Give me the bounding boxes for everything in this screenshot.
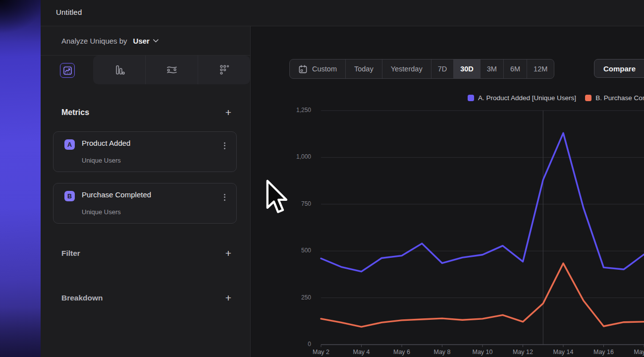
range-6m-button[interactable]: 6M [503,60,527,78]
range-12m-button[interactable]: 12M [527,60,554,78]
legend-item-b[interactable]: B. Purchase Completed [Unique Users] [585,94,644,102]
metrics-section-header: Metrics + [61,107,234,119]
x-axis-tick-label: May 2 [306,349,336,356]
x-axis-tick-label: May 18 [629,349,644,356]
tab-bar-chart[interactable] [93,56,145,84]
x-axis-tick-label: May 6 [387,349,417,356]
legend-item-a[interactable]: A. Product Added [Unique Users] [468,94,576,102]
metrics-heading: Metrics [61,108,89,117]
line-chart-icon [63,66,72,75]
x-axis-tick-label: May 12 [508,349,538,356]
range-7d-button[interactable]: 7D [431,60,454,78]
add-metric-button[interactable]: + [222,107,234,119]
metric-card-b[interactable]: B Purchase Completed Unique Users [53,183,237,224]
metric-a-badge: A [64,139,75,150]
legend-swatch-b [585,95,591,101]
y-axis-tick-label: 1,250 [296,107,311,114]
x-axis-tick-label: May 8 [428,349,457,356]
y-axis-tick-label: 1,000 [296,153,311,160]
x-axis-tick-label: May 10 [468,349,497,356]
x-axis-tick-label: May 4 [347,349,376,356]
sidebar: Analyze Uniques by User [41,26,251,357]
line-chart-canvas [321,111,644,350]
metric-card-a[interactable]: A Product Added Unique Users [53,131,237,172]
add-filter-button[interactable]: + [222,247,234,259]
desktop-background-strip [0,0,41,357]
metric-b-badge: B [64,191,75,201]
chart-type-tabs [93,56,250,84]
bar-chart-icon [113,64,125,76]
metric-a-title: Product Added [82,139,130,147]
x-axis-tick-label: May 14 [548,349,578,356]
x-axis-tick-label: May 16 [589,349,619,356]
analytics-app: Untitled Analyze Uniques by User [0,0,644,357]
breakdown-section-header: Breakdown + [61,292,234,304]
analyze-row: Analyze Uniques by User [41,26,250,56]
metric-a-subtitle: Unique Users [82,157,121,164]
window-header: Untitled [41,0,644,26]
range-30d-button[interactable]: 30D [453,60,480,78]
metric-b-subtitle: Unique Users [82,208,121,216]
chevron-down-icon [153,39,159,43]
add-breakdown-button[interactable]: + [222,292,234,304]
legend-label-a: A. Product Added [Unique Users] [478,94,576,102]
y-axis-tick-label: 0 [308,341,311,348]
range-yesterday-button[interactable]: Yesterday [382,60,431,78]
compare-button[interactable]: Compare [594,59,644,78]
flow-stream-icon [165,64,178,76]
tab-flow[interactable] [145,56,198,84]
breakdown-heading: Breakdown [61,294,103,302]
range-3m-button[interactable]: 3M [480,60,503,78]
analyze-label: Analyze Uniques by [61,37,127,45]
range-custom-button[interactable]: Custom [290,60,345,78]
filter-section-header: Filter + [61,247,234,259]
legend-label-b: B. Purchase Completed [Unique Users] [595,94,644,102]
y-axis-tick-label: 250 [301,294,311,301]
metric-b-menu-button[interactable] [222,190,227,204]
analyze-by-dropdown[interactable]: User [132,36,160,46]
dot-grid-icon [218,64,230,76]
series-line[interactable] [321,263,644,327]
range-today-button[interactable]: Today [345,60,382,78]
metric-a-menu-button[interactable] [222,139,227,152]
report-title: Untitled [56,8,82,16]
metric-b-title: Purchase Completed [82,190,151,199]
tab-retention-grid[interactable] [198,56,250,84]
date-range-segmented-control: Custom Today Yesterday 7D 30D 3M 6M 12M [289,59,554,79]
legend-swatch-a [468,95,474,101]
y-axis-tick-label: 750 [301,200,311,207]
filter-heading: Filter [61,249,80,258]
calendar-icon [298,64,308,74]
y-axis-tick-label: 500 [301,247,311,254]
chart-legend: A. Product Added [Unique Users] B. Purch… [468,94,644,102]
analyze-by-value: User [133,37,150,45]
tab-line-chart[interactable] [60,63,75,78]
range-custom-label: Custom [312,65,337,73]
